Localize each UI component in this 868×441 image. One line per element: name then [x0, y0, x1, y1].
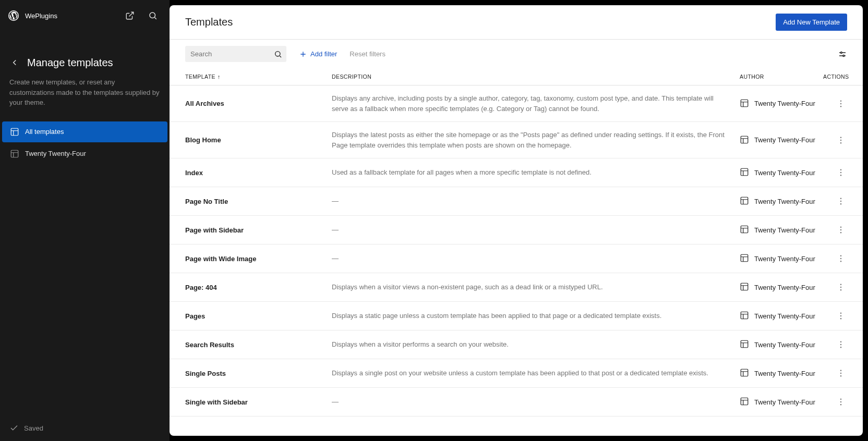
template-name-link[interactable]: Index — [185, 169, 203, 177]
row-actions-menu-icon[interactable] — [835, 396, 847, 408]
search-icon[interactable] — [274, 50, 282, 58]
main-title: Templates — [185, 16, 233, 28]
back-icon[interactable] — [8, 56, 21, 69]
svg-point-24 — [840, 227, 841, 228]
layout-icon — [740, 253, 750, 264]
row-actions-menu-icon[interactable] — [835, 195, 847, 207]
row-actions-menu-icon[interactable] — [835, 97, 847, 110]
wordpress-logo-icon[interactable] — [8, 10, 19, 21]
check-icon — [9, 423, 19, 433]
nav-item-all-templates[interactable]: All templates — [2, 121, 167, 142]
template-author: Twenty Twenty-Four — [740, 135, 823, 145]
svg-point-42 — [840, 347, 841, 348]
add-filter-button[interactable]: Add filter — [299, 50, 337, 58]
svg-point-40 — [840, 341, 841, 342]
table-row: Page with Sidebar—Twenty Twenty-Four — [170, 216, 863, 244]
svg-point-41 — [840, 344, 841, 345]
page-title: Manage templates — [27, 57, 113, 69]
layout-icon — [740, 397, 750, 407]
author-name: Twenty Twenty-Four — [754, 341, 815, 349]
svg-rect-19 — [741, 197, 748, 204]
search-input[interactable] — [185, 46, 286, 62]
nav-item-label: All templates — [25, 128, 64, 136]
main-header: Templates Add New Template — [170, 5, 863, 40]
template-name-link[interactable]: Single Posts — [185, 370, 226, 377]
svg-rect-23 — [741, 226, 748, 233]
template-name-link[interactable]: All Archives — [185, 100, 224, 107]
template-author: Twenty Twenty-Four — [740, 368, 823, 378]
layout-icon — [740, 282, 750, 292]
author-name: Twenty Twenty-Four — [754, 136, 815, 144]
row-actions-menu-icon[interactable] — [835, 166, 847, 179]
row-actions-menu-icon[interactable] — [835, 134, 847, 146]
table-row: IndexUsed as a fallback template for all… — [170, 158, 863, 187]
svg-point-44 — [840, 370, 841, 371]
layout-icon — [9, 127, 20, 137]
row-actions-menu-icon[interactable] — [835, 252, 847, 265]
sidebar-footer: Saved — [0, 415, 170, 441]
table-header: TEMPLATE↑ DESCRIPTION AUTHOR ACTIONS — [170, 68, 863, 85]
view-site-icon[interactable] — [122, 7, 138, 24]
sidebar-nav: All templates Twenty Twenty-Four — [0, 120, 170, 165]
template-name-link[interactable]: Page No Title — [185, 198, 228, 205]
reset-filters-button[interactable]: Reset filters — [349, 50, 385, 58]
template-name-link[interactable]: Search Results — [185, 341, 234, 349]
svg-point-50 — [840, 404, 841, 405]
svg-point-48 — [840, 399, 841, 400]
template-name-link[interactable]: Pages — [185, 312, 205, 320]
svg-point-32 — [840, 284, 841, 285]
search-icon[interactable] — [144, 7, 161, 24]
add-new-template-button[interactable]: Add New Template — [776, 14, 847, 31]
table-row: Page No Title—Twenty Twenty-Four — [170, 187, 863, 216]
author-name: Twenty Twenty-Four — [754, 398, 815, 406]
svg-point-12 — [840, 137, 841, 138]
row-actions-menu-icon[interactable] — [835, 281, 847, 293]
nav-item-theme[interactable]: Twenty Twenty-Four — [2, 143, 167, 164]
row-actions-menu-icon[interactable] — [835, 224, 847, 236]
table-row: All ArchivesDisplays any archive, includ… — [170, 85, 863, 122]
template-description: Used as a fallback template for all page… — [332, 167, 740, 178]
view-options-icon[interactable] — [838, 50, 847, 59]
template-name-link[interactable]: Blog Home — [185, 136, 221, 144]
author-name: Twenty Twenty-Four — [754, 370, 815, 377]
svg-point-36 — [840, 313, 841, 314]
svg-point-13 — [840, 139, 841, 140]
template-name-link[interactable]: Single with Sidebar — [185, 398, 248, 406]
svg-point-30 — [840, 261, 841, 262]
layout-icon — [740, 225, 750, 235]
svg-point-38 — [840, 318, 841, 319]
svg-rect-15 — [741, 168, 748, 176]
th-template[interactable]: TEMPLATE↑ — [185, 74, 332, 80]
template-author: Twenty Twenty-Four — [740, 397, 823, 407]
template-name-link[interactable]: Page with Wide Image — [185, 255, 256, 263]
svg-point-21 — [840, 201, 841, 202]
row-actions-menu-icon[interactable] — [835, 367, 847, 379]
table-row: Single PostsDisplays a single post on yo… — [170, 359, 863, 388]
layout-icon — [740, 196, 750, 206]
row-actions-menu-icon[interactable] — [835, 338, 847, 351]
svg-point-46 — [840, 375, 841, 376]
template-name-link[interactable]: Page: 404 — [185, 284, 217, 291]
svg-point-14 — [840, 142, 841, 143]
svg-point-16 — [840, 169, 841, 170]
svg-point-29 — [840, 258, 841, 259]
svg-point-18 — [840, 175, 841, 176]
template-description: Displays a single post on your website u… — [332, 368, 740, 378]
sort-arrow-up-icon: ↑ — [218, 74, 221, 80]
svg-rect-2 — [11, 128, 18, 136]
table-body: All ArchivesDisplays any archive, includ… — [170, 85, 863, 436]
svg-rect-3 — [11, 150, 18, 157]
sidebar-header: WePlugins — [0, 0, 170, 31]
layout-icon — [740, 135, 750, 145]
layout-icon — [740, 339, 750, 350]
manage-header: Manage templates — [0, 31, 170, 75]
th-author[interactable]: AUTHOR — [740, 74, 823, 80]
template-name-link[interactable]: Page with Sidebar — [185, 226, 244, 234]
svg-point-10 — [840, 106, 841, 107]
th-description[interactable]: DESCRIPTION — [332, 74, 740, 80]
svg-point-45 — [840, 373, 841, 374]
layout-icon — [740, 167, 750, 178]
layout-icon — [9, 149, 20, 159]
svg-point-17 — [840, 172, 841, 173]
row-actions-menu-icon[interactable] — [835, 310, 847, 322]
